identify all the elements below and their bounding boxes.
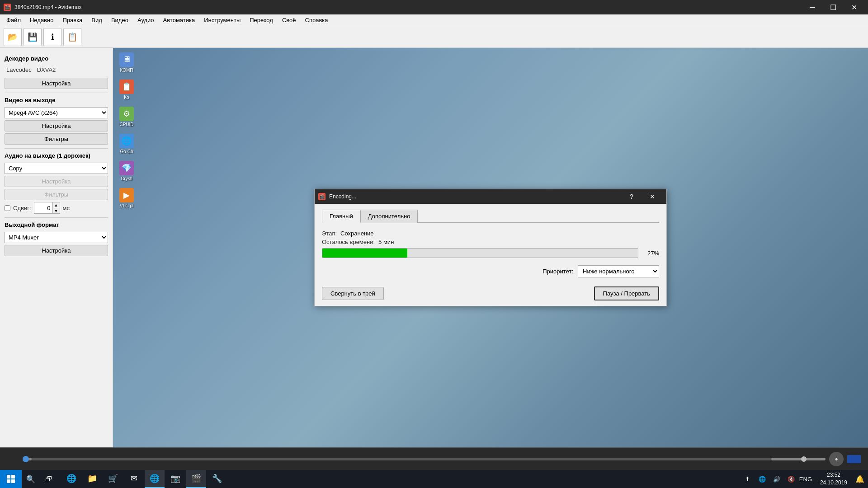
- dialog-help-button[interactable]: ?: [621, 189, 642, 204]
- taskbar: 🔍 🗗 🌐 📁 🛒 ✉ 🌐 📷 🎬 🔧 ⬆ 🌐 🔊 🔇 ENG 23:52 24…: [0, 470, 868, 488]
- zoom-control[interactable]: [771, 458, 826, 460]
- menu-bar: Файл Недавно Правка Вид Видео Аудио Авто…: [0, 14, 868, 26]
- taskbar-tray: ⬆ 🌐 🔊 🔇 ENG: [738, 470, 816, 488]
- close-button[interactable]: ✕: [844, 0, 864, 14]
- clipboard-button[interactable]: 📋: [63, 28, 81, 46]
- dialog-overlay: 🎬 Encoding... ? ✕ Главный Дополнительно: [113, 48, 868, 447]
- output-format-select[interactable]: MP4 Muxer: [5, 232, 108, 243]
- timeline-area: ●: [0, 447, 868, 470]
- tray-volume[interactable]: 🔊: [770, 470, 783, 488]
- audio-codec-select[interactable]: Copy: [5, 163, 108, 174]
- menu-edit[interactable]: Правка: [58, 14, 87, 26]
- tray-mute[interactable]: 🔇: [785, 470, 797, 488]
- taskbar-app-chrome[interactable]: 🌐: [145, 470, 165, 488]
- desktop-icon-5[interactable]: ▶ VLC pl: [114, 185, 139, 211]
- taskbar-app-edge[interactable]: 🌐: [61, 470, 81, 488]
- offset-label: Сдвиг:: [13, 205, 31, 211]
- menu-auto[interactable]: Автоматика: [159, 14, 200, 26]
- menu-goto[interactable]: Переход: [245, 14, 278, 26]
- open-button[interactable]: 📂: [4, 28, 22, 46]
- dialog-tabs: Главный Дополнительно: [322, 209, 659, 223]
- priority-select[interactable]: Ниже нормального Нормальный Выше нормаль…: [578, 265, 659, 277]
- menu-view[interactable]: Вид: [87, 14, 107, 26]
- desktop-icon-0[interactable]: 🖥 КОМП: [114, 50, 139, 75]
- toolbar: 📂 💾 ℹ 📋: [0, 26, 868, 48]
- menu-video[interactable]: Видео: [107, 14, 133, 26]
- task-view-button[interactable]: 🗗: [40, 470, 58, 488]
- video-output-settings-button[interactable]: Настройка: [5, 120, 108, 131]
- desktop-icon-3[interactable]: 🌐 Go Ch: [114, 131, 139, 156]
- video-decoder-settings-button[interactable]: Настройка: [5, 78, 108, 89]
- spinbox-down[interactable]: ▼: [53, 208, 60, 213]
- taskbar-clock[interactable]: 23:52 24.10.2019: [816, 471, 852, 487]
- dialog-app-icon: 🎬: [318, 193, 326, 200]
- offset-unit: мс: [63, 205, 70, 211]
- dialog-close-button[interactable]: ✕: [642, 189, 663, 204]
- menu-help[interactable]: Справка: [301, 14, 333, 26]
- timeline-bar[interactable]: [23, 458, 778, 460]
- svg-rect-2: [7, 479, 10, 483]
- output-format-title: Выходной формат: [5, 221, 108, 228]
- video-output-filters-button[interactable]: Фильтры: [5, 133, 108, 145]
- minimize-to-tray-button[interactable]: Свернуть в трей: [322, 287, 384, 300]
- desktop-icon-1[interactable]: 📋 Ко: [114, 77, 139, 102]
- progress-bar-track: [322, 248, 638, 258]
- dialog-title-bar: 🎬 Encoding... ? ✕: [315, 189, 666, 204]
- info-button[interactable]: ℹ: [43, 28, 61, 46]
- menu-audio[interactable]: Аудио: [133, 14, 159, 26]
- zoom-thumb: [801, 456, 807, 462]
- audio-output-filters-button[interactable]: Фильтры: [5, 189, 108, 200]
- menu-tools[interactable]: Инструменты: [199, 14, 245, 26]
- video-area: 🖥 КОМП 📋 Ко ⚙ CPUID 🌐 Go Ch 💎 Crys: [113, 48, 868, 447]
- record-button[interactable]: ●: [829, 452, 844, 466]
- dialog-buttons: Свернуть в трей Пауза / Прервать: [322, 286, 659, 300]
- desktop-icon-2[interactable]: ⚙ CPUID: [114, 104, 139, 129]
- offset-checkbox[interactable]: [5, 205, 10, 211]
- tray-lang[interactable]: ENG: [799, 470, 812, 488]
- stage-value: Сохранение: [340, 230, 374, 237]
- main-window: 🎬 3840x2160.mp4 - Avidemux ─ ☐ ✕ Файл Не…: [0, 0, 868, 470]
- main-content: Декодер видео Lavcodec DXVA2 Настройка В…: [0, 48, 868, 447]
- taskbar-app-avidemux[interactable]: 🎬: [186, 470, 206, 488]
- audio-output-title: Аудио на выходе (1 дорожек): [5, 152, 108, 159]
- encoding-dialog: 🎬 Encoding... ? ✕ Главный Дополнительно: [314, 189, 667, 306]
- tab-additional[interactable]: Дополнительно: [360, 210, 418, 223]
- notification-button[interactable]: 🔔: [852, 470, 868, 488]
- offset-row: Сдвиг: ▲ ▼ мс: [5, 202, 108, 214]
- svg-rect-0: [7, 475, 10, 479]
- desktop-icons: 🖥 КОМП 📋 Ко ⚙ CPUID 🌐 Go Ch 💎 Crys: [113, 48, 140, 447]
- sidebar: Декодер видео Lavcodec DXVA2 Настройка В…: [0, 48, 113, 447]
- save-button[interactable]: 💾: [24, 28, 42, 46]
- spinbox-up[interactable]: ▲: [53, 202, 60, 208]
- pause-abort-button[interactable]: Пауза / Прервать: [594, 286, 659, 300]
- output-format-settings-button[interactable]: Настройка: [5, 245, 108, 256]
- menu-file[interactable]: Файл: [2, 14, 25, 26]
- start-button[interactable]: [0, 470, 22, 488]
- lavcodec-label: Lavcodec: [6, 66, 32, 73]
- taskbar-app-store[interactable]: 🛒: [103, 470, 123, 488]
- video-codec-select[interactable]: Mpeg4 AVC (x264): [5, 107, 108, 118]
- offset-input[interactable]: [34, 204, 52, 212]
- divider-3: [5, 217, 108, 218]
- menu-recent[interactable]: Недавно: [25, 14, 58, 26]
- progress-percent: 27%: [643, 250, 659, 257]
- blue-indicator: [847, 455, 861, 463]
- divider-2: [5, 148, 108, 149]
- tray-up-arrow[interactable]: ⬆: [741, 470, 754, 488]
- spinbox-arrows: ▲ ▼: [52, 202, 60, 213]
- taskbar-app-camera[interactable]: 📷: [165, 470, 185, 488]
- audio-output-settings-button[interactable]: Настройка: [5, 176, 108, 187]
- time-value: 5 мин: [378, 239, 394, 245]
- taskbar-app-extra[interactable]: 🔧: [207, 470, 227, 488]
- progress-info: Этап: Сохранение Осталось времени: 5 мин: [322, 230, 659, 245]
- taskbar-app-explorer[interactable]: 📁: [82, 470, 102, 488]
- menu-own[interactable]: Своё: [278, 14, 301, 26]
- search-taskbar-button[interactable]: 🔍: [22, 470, 40, 488]
- minimize-button[interactable]: ─: [802, 0, 823, 14]
- taskbar-app-mail[interactable]: ✉: [124, 470, 144, 488]
- desktop-icon-4[interactable]: 💎 Crystl: [114, 158, 139, 183]
- tray-network[interactable]: 🌐: [756, 470, 769, 488]
- tab-main[interactable]: Главный: [322, 210, 361, 223]
- timeline-thumb[interactable]: [23, 456, 29, 462]
- maximize-button[interactable]: ☐: [823, 0, 844, 14]
